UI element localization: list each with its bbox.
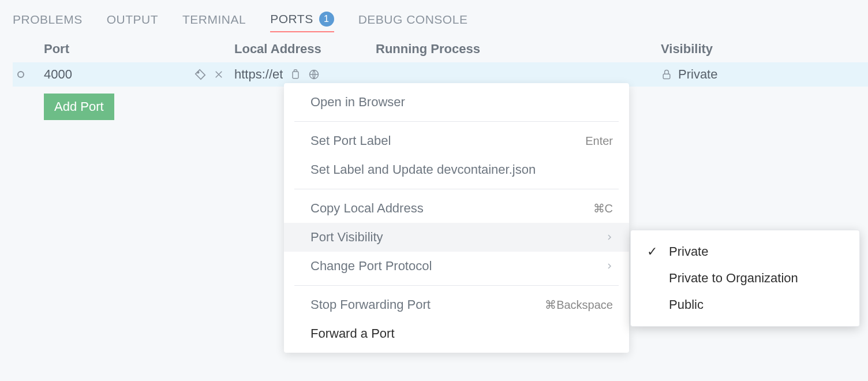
tab-debug-console[interactable]: DEBUG CONSOLE — [358, 13, 468, 27]
label-icon[interactable] — [194, 68, 207, 81]
header-visibility: Visibility — [661, 42, 713, 57]
menu-set-label-devcontainer[interactable]: Set Label and Update devcontainer.json — [284, 155, 629, 184]
tab-problems[interactable]: PROBLEMS — [13, 13, 83, 27]
menu-separator — [294, 189, 619, 189]
chevron-right-icon — [606, 232, 613, 242]
menu-set-port-label[interactable]: Set Port Label Enter — [284, 126, 629, 155]
visibility-value: Private — [678, 67, 717, 82]
menu-set-port-label-label: Set Port Label — [310, 133, 391, 148]
header-running-process: Running Process — [376, 42, 661, 57]
copy-icon[interactable] — [290, 69, 301, 80]
tab-ports-label: PORTS — [270, 12, 313, 26]
ports-count-badge: 1 — [319, 12, 334, 27]
menu-stop-forwarding-port-shortcut: ⌘Backspace — [545, 298, 613, 312]
submenu-public-label: Public — [669, 297, 704, 312]
status-circle-icon — [17, 71, 24, 78]
menu-port-visibility-label: Port Visibility — [310, 230, 383, 245]
add-port-button[interactable]: Add Port — [44, 94, 114, 120]
close-icon[interactable] — [214, 69, 224, 80]
svg-rect-3 — [663, 74, 670, 79]
panel-tabs: PROBLEMS OUTPUT TERMINAL PORTS 1 DEBUG C… — [0, 0, 868, 33]
menu-forward-a-port-label: Forward a Port — [310, 326, 395, 341]
menu-forward-a-port[interactable]: Forward a Port — [284, 319, 629, 348]
chevron-right-icon — [606, 261, 613, 271]
menu-open-in-browser[interactable]: Open in Browser — [284, 88, 629, 117]
globe-icon[interactable] — [308, 69, 320, 80]
menu-separator — [294, 121, 619, 122]
submenu-private-to-organization[interactable]: Private to Organization — [631, 265, 859, 292]
row-status-indicator — [13, 71, 44, 78]
menu-copy-local-address[interactable]: Copy Local Address ⌘C — [284, 194, 629, 223]
tab-output[interactable]: OUTPUT — [107, 13, 158, 27]
check-icon: ✓ — [647, 244, 660, 259]
submenu-private[interactable]: ✓ Private — [631, 238, 859, 265]
menu-stop-forwarding-port-label: Stop Forwarding Port — [310, 297, 431, 312]
menu-copy-local-address-label: Copy Local Address — [310, 201, 424, 216]
submenu-private-label: Private — [669, 244, 708, 259]
visibility-submenu: ✓ Private Private to Organization Public — [630, 230, 860, 327]
svg-point-0 — [197, 72, 199, 73]
submenu-private-to-organization-label: Private to Organization — [669, 271, 798, 286]
port-number: 4000 — [44, 67, 72, 82]
context-menu: Open in Browser Set Port Label Enter Set… — [284, 83, 629, 353]
lock-icon — [661, 69, 672, 80]
menu-stop-forwarding-port[interactable]: Stop Forwarding Port ⌘Backspace — [284, 290, 629, 319]
menu-change-port-protocol[interactable]: Change Port Protocol — [284, 252, 629, 281]
menu-change-port-protocol-label: Change Port Protocol — [310, 259, 432, 274]
tab-terminal[interactable]: TERMINAL — [182, 13, 246, 27]
menu-set-port-label-shortcut: Enter — [585, 135, 613, 148]
submenu-public[interactable]: Public — [631, 292, 859, 318]
local-address-value: https://et — [234, 67, 283, 82]
menu-copy-local-address-shortcut: ⌘C — [593, 201, 613, 215]
header-local-address: Local Address — [234, 42, 376, 57]
header-port: Port — [44, 42, 234, 57]
tab-ports[interactable]: PORTS 1 — [270, 12, 334, 32]
menu-separator — [294, 285, 619, 286]
menu-set-label-devcontainer-label: Set Label and Update devcontainer.json — [310, 162, 536, 177]
table-headers: Port Local Address Running Process Visib… — [13, 33, 868, 62]
menu-open-in-browser-label: Open in Browser — [310, 95, 405, 110]
menu-port-visibility[interactable]: Port Visibility — [284, 223, 629, 252]
svg-rect-1 — [293, 72, 298, 79]
